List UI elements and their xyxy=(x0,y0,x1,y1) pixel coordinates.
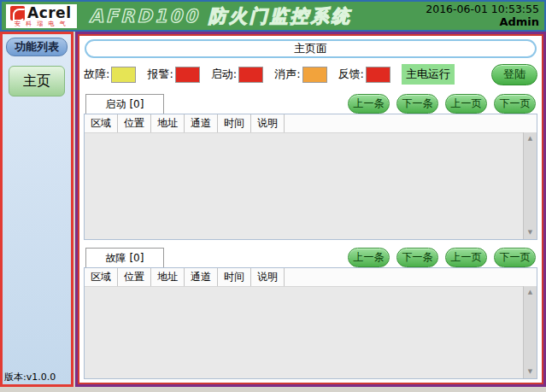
status-indicator-mute: 消声: xyxy=(274,67,326,83)
tab-fault-events[interactable]: 故障 [0] xyxy=(85,248,164,267)
tab-start-events[interactable]: 启动 [0] xyxy=(85,94,164,114)
start-color-swatch xyxy=(238,67,263,83)
col-area: 区域 xyxy=(85,114,118,132)
header-bar: Acrel 安 科 瑞 电 气 AFRD100 防火门监控系统 2016-06-… xyxy=(0,0,546,32)
scroll-down-icon[interactable]: ▼ xyxy=(528,366,532,378)
prev-item-button[interactable]: 上一条 xyxy=(348,94,390,114)
status-indicator-feedback: 反馈: xyxy=(338,67,390,83)
fault-section-head: 故障 [0] 上一条 下一条 上一页 下一页 xyxy=(84,247,537,267)
col-channel: 通道 xyxy=(185,268,218,286)
fault-table-header: 区域 位置 地址 通道 时间 说明 xyxy=(85,268,537,287)
logo-subtitle: 安 科 瑞 电 气 xyxy=(10,21,71,27)
fault-table-scrollbar[interactable]: ▲ ▼ xyxy=(523,286,537,378)
start-table-header: 区域 位置 地址 通道 时间 说明 xyxy=(85,114,537,133)
current-user-label: Admin xyxy=(426,15,539,29)
col-position: 位置 xyxy=(118,114,151,132)
next-item-button[interactable]: 下一条 xyxy=(396,94,438,114)
fault-table-body xyxy=(85,287,537,378)
app-window: Acrel 安 科 瑞 电 气 AFRD100 防火门监控系统 2016-06-… xyxy=(0,0,546,392)
col-area: 区域 xyxy=(85,268,118,286)
col-address: 地址 xyxy=(151,114,185,132)
prev-item-button-2[interactable]: 上一条 xyxy=(348,248,390,267)
main-power-status-badge: 主电运行 xyxy=(402,64,455,85)
status-indicator-alarm: 报警: xyxy=(147,67,199,83)
header-info: 2016-06-01 10:53:55 Admin xyxy=(426,3,539,30)
main-panel: 主页面 故障: 报警: 启动: 消声: xyxy=(75,32,546,387)
body-row: 功能列表 主页 版本:v1.0.0 主页面 故障: 报警: 启动: xyxy=(0,32,546,387)
fault-color-swatch xyxy=(111,67,136,83)
next-page-button[interactable]: 下一页 xyxy=(494,94,536,114)
scroll-up-icon[interactable]: ▲ xyxy=(528,286,532,299)
feedback-color-swatch xyxy=(366,67,390,83)
start-events-table: 区域 位置 地址 通道 时间 说明 ▲ ▼ xyxy=(84,114,537,240)
start-events-section: 启动 [0] 上一条 下一条 上一页 下一页 区域 位置 地址 通道 时间 说明 xyxy=(84,86,537,240)
status-indicator-start: 启动: xyxy=(211,67,263,83)
logo-brand-text: Acrel xyxy=(27,6,71,20)
prev-page-button-2[interactable]: 上一页 xyxy=(445,248,487,267)
col-position: 位置 xyxy=(118,268,151,286)
col-time: 时间 xyxy=(218,114,251,132)
col-description: 说明 xyxy=(251,268,285,286)
sidebar: 功能列表 主页 版本:v1.0.0 xyxy=(0,32,73,387)
sidebar-title: 功能列表 xyxy=(6,38,68,56)
col-description: 说明 xyxy=(251,114,285,132)
next-item-button-2[interactable]: 下一条 xyxy=(396,248,438,267)
col-time: 时间 xyxy=(218,268,251,286)
alarm-color-swatch xyxy=(175,67,200,83)
mute-color-swatch xyxy=(302,67,327,83)
sidebar-item-home[interactable]: 主页 xyxy=(9,66,65,97)
scroll-up-icon[interactable]: ▲ xyxy=(528,132,532,145)
prev-page-button[interactable]: 上一页 xyxy=(445,94,487,114)
page-title: 主页面 xyxy=(85,39,537,58)
next-page-button-2[interactable]: 下一页 xyxy=(494,248,536,267)
scroll-down-icon[interactable]: ▼ xyxy=(528,226,532,239)
fault-events-section: 故障 [0] 上一条 下一条 上一页 下一页 区域 位置 地址 通道 时间 说明 xyxy=(84,240,537,379)
start-table-scrollbar[interactable]: ▲ ▼ xyxy=(523,132,537,239)
status-indicator-fault: 故障: xyxy=(84,67,136,83)
acrel-logo-icon xyxy=(10,6,25,20)
acrel-logo: Acrel 安 科 瑞 电 气 xyxy=(6,4,77,28)
fault-events-table: 区域 位置 地址 通道 时间 说明 ▲ ▼ xyxy=(84,267,537,379)
col-channel: 通道 xyxy=(185,114,218,132)
col-address: 地址 xyxy=(151,268,185,286)
start-table-body xyxy=(85,133,537,239)
app-title: AFRD100 防火门监控系统 xyxy=(89,4,426,28)
datetime-label: 2016-06-01 10:53:55 xyxy=(426,3,539,16)
version-label: 版本:v1.0.0 xyxy=(3,371,57,384)
status-row: 故障: 报警: 启动: 消声: 反馈: xyxy=(84,62,537,86)
start-section-head: 启动 [0] 上一条 下一条 上一页 下一页 xyxy=(84,93,537,114)
login-button[interactable]: 登陆 xyxy=(491,64,537,85)
